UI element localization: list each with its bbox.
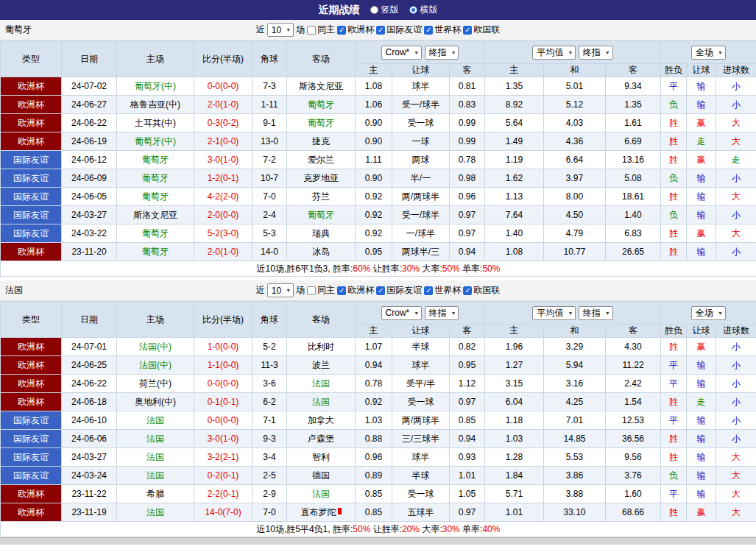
filter-checkbox-worldcup[interactable]: 世界杯 [424, 284, 461, 297]
result-cell: 胜 [661, 393, 687, 411]
chevron-down-icon: ▼ [718, 50, 723, 55]
asia-away-odds-cell: 1.01 [450, 467, 485, 485]
score-cell: 2-0(1-0) [194, 96, 252, 114]
euro-draw-odds-cell: 3.86 [544, 467, 606, 485]
score-cell: 1-1(0-0) [194, 356, 252, 375]
euro-home-odds-cell: 3.15 [485, 375, 544, 393]
result-cell: 平 [661, 485, 687, 503]
euro-avg-select[interactable]: 平均值▼ [532, 306, 576, 320]
sub-header-goals: 进球数 [716, 64, 756, 77]
full-match-select[interactable]: 全场▼ [691, 46, 726, 60]
match-row: 欧洲杯24-06-18奥地利(中)0-1(0-1)6-2法国0.92受一球0.9… [1, 393, 756, 411]
home-team-cell: 葡萄牙(中) [117, 132, 194, 151]
corner-cell: 7-2 [252, 151, 287, 169]
match-row: 国际友谊24-03-24法国0-2(0-1)2-5德国0.89半球1.011.8… [1, 467, 756, 485]
euro-home-odds-cell: 1.13 [485, 188, 544, 206]
filter-checkbox-nationsleague[interactable]: 欧国联 [463, 24, 500, 36]
euro-home-odds-cell: 8.92 [485, 96, 544, 114]
checkbox-icon [463, 26, 472, 35]
asia-odds-time-select[interactable]: 终指▼ [425, 306, 459, 320]
filter-checkbox-eurocup[interactable]: 欧洲杯 [337, 24, 374, 36]
euro-avg-select[interactable]: 平均值▼ [532, 46, 576, 60]
match-row: 欧洲杯24-06-27格鲁吉亚(中)2-0(1-0)1-11葡萄牙1.06受一/… [1, 96, 756, 114]
summary-rate-value: 50% [482, 263, 500, 274]
match-row: 国际友谊24-06-06法国3-0(1-0)9-3卢森堡0.88三/三球半0.9… [1, 430, 756, 448]
col-header-type: 类型 [1, 41, 62, 77]
asia-away-odds-cell: 0.97 [450, 224, 485, 243]
score-cell: 2-0(0-0) [194, 206, 252, 224]
summary-rate-value: 50% [353, 524, 370, 534]
match-type-cell: 欧洲杯 [1, 96, 62, 114]
euro-odds-time-select[interactable]: 终指▼ [579, 306, 613, 320]
bookmaker-select[interactable]: Crow*▼ [381, 46, 423, 60]
goals-result-cell: 小 [716, 169, 756, 188]
match-date-cell: 24-06-25 [62, 356, 117, 375]
layout-radio-vertical[interactable]: 竖版 [370, 4, 399, 16]
match-type-cell: 国际友谊 [1, 448, 62, 467]
away-team-cell: 葡萄牙 [287, 206, 356, 224]
filter-checkbox-nationsleague[interactable]: 欧国联 [463, 284, 500, 297]
asia-odds-time-select[interactable]: 终指▼ [425, 46, 459, 60]
asia-away-odds-cell: 0.82 [450, 338, 485, 356]
euro-home-odds-cell: 1.01 [485, 503, 544, 522]
score-cell: 4-2(2-0) [194, 188, 252, 206]
euro-draw-odds-cell: 5.53 [544, 448, 606, 467]
full-match-select[interactable]: 全场▼ [691, 306, 726, 320]
bookmaker-select[interactable]: Crow*▼ [381, 306, 423, 320]
handicap-cell: 球半 [392, 77, 450, 96]
match-type-cell: 欧洲杯 [1, 393, 62, 411]
same-home-checkbox[interactable]: 同主 [307, 24, 335, 36]
handicap-result-cell: 输 [687, 448, 716, 467]
euro-away-odds-cell: 11.22 [606, 356, 661, 375]
filter-controls: 近 10▼ 场 同主 欧洲杯 国际友谊 世界杯 欧国联 [256, 283, 500, 297]
asia-odds-header: Crow*▼ 终指▼ [356, 41, 485, 64]
sub-header-euro-away: 客 [606, 325, 661, 338]
col-header-away: 客场 [287, 41, 356, 77]
match-date-cell: 23-11-19 [62, 503, 117, 522]
handicap-result-cell: 输 [687, 411, 716, 430]
asia-odds-header: Crow*▼ 终指▼ [356, 302, 485, 325]
checkbox-icon [376, 26, 385, 35]
chevron-down-icon: ▼ [451, 311, 456, 316]
checkbox-icon [337, 26, 346, 35]
games-count-select[interactable]: 10▼ [267, 23, 294, 37]
sub-header-euro-draw: 和 [544, 64, 606, 77]
sub-header-goals: 进球数 [716, 325, 756, 338]
col-header-date: 日期 [62, 41, 117, 77]
euro-away-odds-cell: 6.69 [606, 132, 661, 151]
same-home-checkbox[interactable]: 同主 [307, 284, 335, 297]
team-name: 葡萄牙 [5, 24, 32, 36]
asia-away-odds-cell: 0.85 [450, 411, 485, 430]
euro-home-odds-cell: 7.64 [485, 206, 544, 224]
sub-header-asia-away: 客 [450, 64, 485, 77]
result-cell: 平 [661, 356, 687, 375]
match-type-cell: 国际友谊 [1, 169, 62, 188]
euro-away-odds-cell: 1.54 [606, 393, 661, 411]
away-team-cell: 智利 [287, 448, 356, 467]
match-date-cell: 24-07-01 [62, 338, 117, 356]
chevron-down-icon: ▼ [286, 27, 291, 32]
handicap-result-cell: 赢 [687, 114, 716, 132]
result-cell: 负 [661, 96, 687, 114]
asia-home-odds-cell: 1.11 [356, 151, 392, 169]
match-date-cell: 24-03-22 [62, 224, 117, 243]
euro-away-odds-cell: 26.65 [606, 243, 661, 261]
handicap-result-cell: 赢 [687, 151, 716, 169]
games-count-select[interactable]: 10▼ [267, 283, 294, 297]
asia-home-odds-cell: 0.92 [356, 188, 392, 206]
euro-away-odds-cell: 6.83 [606, 224, 661, 243]
euro-odds-time-select[interactable]: 终指▼ [579, 46, 613, 60]
topbar: 近期战绩 竖版 横版 [0, 0, 756, 20]
result-cell: 胜 [661, 188, 687, 206]
match-date-cell: 24-06-18 [62, 393, 117, 411]
euro-draw-odds-cell: 14.85 [544, 430, 606, 448]
filter-checkbox-friendly[interactable]: 国际友谊 [376, 24, 422, 36]
layout-radio-horizontal[interactable]: 横版 [409, 4, 438, 16]
euro-home-odds-cell: 5.71 [485, 485, 544, 503]
col-header-score: 比分(半场) [194, 302, 252, 338]
filter-checkbox-friendly[interactable]: 国际友谊 [376, 284, 422, 297]
filter-checkbox-eurocup[interactable]: 欧洲杯 [337, 284, 374, 297]
filter-checkbox-worldcup[interactable]: 世界杯 [424, 24, 461, 36]
match-row: 国际友谊24-03-27法国3-2(2-1)3-4智利0.96球半0.931.2… [1, 448, 756, 467]
match-type-cell: 欧洲杯 [1, 77, 62, 96]
